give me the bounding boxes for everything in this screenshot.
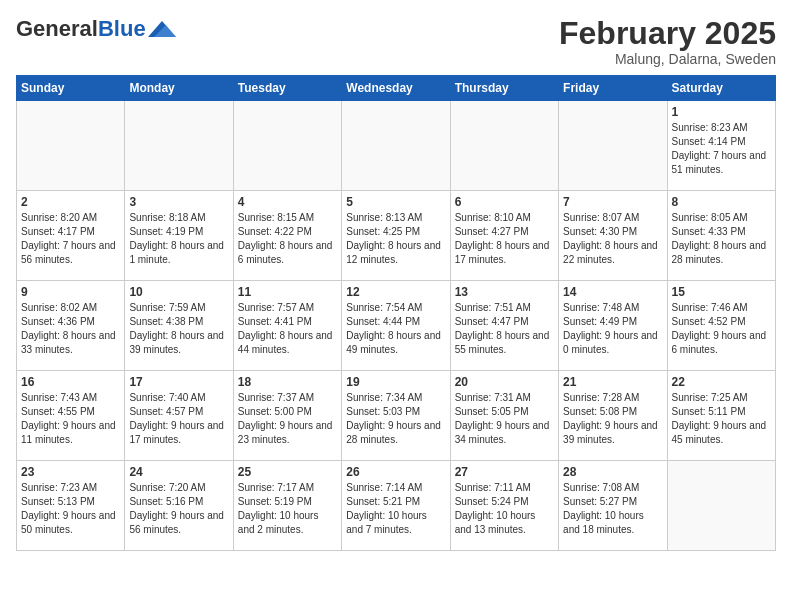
calendar-cell: 9Sunrise: 8:02 AM Sunset: 4:36 PM Daylig… — [17, 281, 125, 371]
day-info: Sunrise: 7:25 AM Sunset: 5:11 PM Dayligh… — [672, 391, 771, 447]
calendar-cell: 10Sunrise: 7:59 AM Sunset: 4:38 PM Dayli… — [125, 281, 233, 371]
day-info: Sunrise: 7:51 AM Sunset: 4:47 PM Dayligh… — [455, 301, 554, 357]
calendar-cell — [233, 101, 341, 191]
day-number: 9 — [21, 285, 120, 299]
day-info: Sunrise: 8:23 AM Sunset: 4:14 PM Dayligh… — [672, 121, 771, 177]
day-info: Sunrise: 7:54 AM Sunset: 4:44 PM Dayligh… — [346, 301, 445, 357]
weekday-header-saturday: Saturday — [667, 76, 775, 101]
day-number: 4 — [238, 195, 337, 209]
calendar-cell: 15Sunrise: 7:46 AM Sunset: 4:52 PM Dayli… — [667, 281, 775, 371]
weekday-header-friday: Friday — [559, 76, 667, 101]
day-info: Sunrise: 7:08 AM Sunset: 5:27 PM Dayligh… — [563, 481, 662, 537]
day-number: 13 — [455, 285, 554, 299]
weekday-header-tuesday: Tuesday — [233, 76, 341, 101]
day-info: Sunrise: 7:31 AM Sunset: 5:05 PM Dayligh… — [455, 391, 554, 447]
day-number: 6 — [455, 195, 554, 209]
weekday-header-wednesday: Wednesday — [342, 76, 450, 101]
calendar-cell — [125, 101, 233, 191]
calendar-cell: 21Sunrise: 7:28 AM Sunset: 5:08 PM Dayli… — [559, 371, 667, 461]
calendar-cell: 7Sunrise: 8:07 AM Sunset: 4:30 PM Daylig… — [559, 191, 667, 281]
calendar-cell — [17, 101, 125, 191]
logo-text: GeneralBlue — [16, 16, 146, 42]
day-info: Sunrise: 8:13 AM Sunset: 4:25 PM Dayligh… — [346, 211, 445, 267]
day-number: 16 — [21, 375, 120, 389]
week-row-4: 16Sunrise: 7:43 AM Sunset: 4:55 PM Dayli… — [17, 371, 776, 461]
calendar-cell: 26Sunrise: 7:14 AM Sunset: 5:21 PM Dayli… — [342, 461, 450, 551]
page-header: GeneralBlue February 2025 Malung, Dalarn… — [16, 16, 776, 67]
calendar-cell: 1Sunrise: 8:23 AM Sunset: 4:14 PM Daylig… — [667, 101, 775, 191]
calendar-cell: 16Sunrise: 7:43 AM Sunset: 4:55 PM Dayli… — [17, 371, 125, 461]
day-info: Sunrise: 7:17 AM Sunset: 5:19 PM Dayligh… — [238, 481, 337, 537]
day-number: 15 — [672, 285, 771, 299]
day-number: 5 — [346, 195, 445, 209]
calendar-cell: 18Sunrise: 7:37 AM Sunset: 5:00 PM Dayli… — [233, 371, 341, 461]
week-row-5: 23Sunrise: 7:23 AM Sunset: 5:13 PM Dayli… — [17, 461, 776, 551]
day-info: Sunrise: 7:43 AM Sunset: 4:55 PM Dayligh… — [21, 391, 120, 447]
day-info: Sunrise: 7:46 AM Sunset: 4:52 PM Dayligh… — [672, 301, 771, 357]
day-info: Sunrise: 7:20 AM Sunset: 5:16 PM Dayligh… — [129, 481, 228, 537]
day-number: 20 — [455, 375, 554, 389]
day-info: Sunrise: 7:14 AM Sunset: 5:21 PM Dayligh… — [346, 481, 445, 537]
calendar-cell: 12Sunrise: 7:54 AM Sunset: 4:44 PM Dayli… — [342, 281, 450, 371]
calendar-cell: 4Sunrise: 8:15 AM Sunset: 4:22 PM Daylig… — [233, 191, 341, 281]
day-info: Sunrise: 8:10 AM Sunset: 4:27 PM Dayligh… — [455, 211, 554, 267]
calendar-cell: 3Sunrise: 8:18 AM Sunset: 4:19 PM Daylig… — [125, 191, 233, 281]
weekday-header-row: SundayMondayTuesdayWednesdayThursdayFrid… — [17, 76, 776, 101]
logo-icon — [148, 19, 176, 39]
day-info: Sunrise: 7:28 AM Sunset: 5:08 PM Dayligh… — [563, 391, 662, 447]
week-row-3: 9Sunrise: 8:02 AM Sunset: 4:36 PM Daylig… — [17, 281, 776, 371]
day-number: 18 — [238, 375, 337, 389]
week-row-1: 1Sunrise: 8:23 AM Sunset: 4:14 PM Daylig… — [17, 101, 776, 191]
calendar-cell: 14Sunrise: 7:48 AM Sunset: 4:49 PM Dayli… — [559, 281, 667, 371]
calendar-cell: 22Sunrise: 7:25 AM Sunset: 5:11 PM Dayli… — [667, 371, 775, 461]
day-info: Sunrise: 7:59 AM Sunset: 4:38 PM Dayligh… — [129, 301, 228, 357]
day-number: 2 — [21, 195, 120, 209]
calendar-cell: 24Sunrise: 7:20 AM Sunset: 5:16 PM Dayli… — [125, 461, 233, 551]
calendar-cell: 27Sunrise: 7:11 AM Sunset: 5:24 PM Dayli… — [450, 461, 558, 551]
day-number: 1 — [672, 105, 771, 119]
day-number: 23 — [21, 465, 120, 479]
day-number: 10 — [129, 285, 228, 299]
day-number: 19 — [346, 375, 445, 389]
day-number: 24 — [129, 465, 228, 479]
calendar-cell: 13Sunrise: 7:51 AM Sunset: 4:47 PM Dayli… — [450, 281, 558, 371]
day-info: Sunrise: 8:15 AM Sunset: 4:22 PM Dayligh… — [238, 211, 337, 267]
day-number: 7 — [563, 195, 662, 209]
day-number: 14 — [563, 285, 662, 299]
weekday-header-thursday: Thursday — [450, 76, 558, 101]
logo: GeneralBlue — [16, 16, 176, 42]
day-info: Sunrise: 8:07 AM Sunset: 4:30 PM Dayligh… — [563, 211, 662, 267]
day-info: Sunrise: 7:23 AM Sunset: 5:13 PM Dayligh… — [21, 481, 120, 537]
calendar-cell: 20Sunrise: 7:31 AM Sunset: 5:05 PM Dayli… — [450, 371, 558, 461]
day-number: 3 — [129, 195, 228, 209]
day-number: 21 — [563, 375, 662, 389]
calendar-cell: 6Sunrise: 8:10 AM Sunset: 4:27 PM Daylig… — [450, 191, 558, 281]
day-info: Sunrise: 7:37 AM Sunset: 5:00 PM Dayligh… — [238, 391, 337, 447]
calendar-title: February 2025 — [559, 16, 776, 51]
day-info: Sunrise: 8:20 AM Sunset: 4:17 PM Dayligh… — [21, 211, 120, 267]
day-number: 22 — [672, 375, 771, 389]
calendar-cell: 19Sunrise: 7:34 AM Sunset: 5:03 PM Dayli… — [342, 371, 450, 461]
calendar-subtitle: Malung, Dalarna, Sweden — [559, 51, 776, 67]
day-number: 28 — [563, 465, 662, 479]
day-info: Sunrise: 8:18 AM Sunset: 4:19 PM Dayligh… — [129, 211, 228, 267]
calendar-cell: 17Sunrise: 7:40 AM Sunset: 4:57 PM Dayli… — [125, 371, 233, 461]
weekday-header-sunday: Sunday — [17, 76, 125, 101]
day-info: Sunrise: 7:48 AM Sunset: 4:49 PM Dayligh… — [563, 301, 662, 357]
calendar-cell: 2Sunrise: 8:20 AM Sunset: 4:17 PM Daylig… — [17, 191, 125, 281]
calendar-cell: 8Sunrise: 8:05 AM Sunset: 4:33 PM Daylig… — [667, 191, 775, 281]
day-info: Sunrise: 7:34 AM Sunset: 5:03 PM Dayligh… — [346, 391, 445, 447]
day-info: Sunrise: 8:02 AM Sunset: 4:36 PM Dayligh… — [21, 301, 120, 357]
calendar-cell: 23Sunrise: 7:23 AM Sunset: 5:13 PM Dayli… — [17, 461, 125, 551]
calendar-cell — [667, 461, 775, 551]
day-number: 8 — [672, 195, 771, 209]
day-number: 27 — [455, 465, 554, 479]
day-number: 11 — [238, 285, 337, 299]
day-number: 26 — [346, 465, 445, 479]
weekday-header-monday: Monday — [125, 76, 233, 101]
calendar-cell — [559, 101, 667, 191]
calendar-cell: 28Sunrise: 7:08 AM Sunset: 5:27 PM Dayli… — [559, 461, 667, 551]
calendar-cell: 5Sunrise: 8:13 AM Sunset: 4:25 PM Daylig… — [342, 191, 450, 281]
calendar-cell — [450, 101, 558, 191]
day-info: Sunrise: 7:40 AM Sunset: 4:57 PM Dayligh… — [129, 391, 228, 447]
